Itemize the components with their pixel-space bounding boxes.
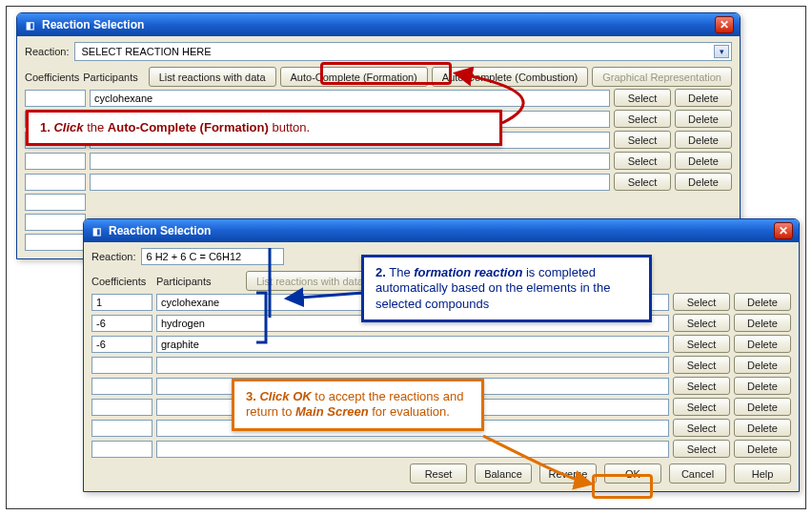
button-strip: Reset Balance Reverse OK Cancel Help [91,464,791,484]
reaction-input[interactable]: 6 H2 + 6 C = C6H12 [141,248,284,265]
col-coefficients: Coefficients [25,72,79,83]
window-title: Reaction Selection [109,224,211,237]
close-icon[interactable]: ✕ [715,16,734,33]
coef-input[interactable] [25,174,86,191]
reaction-label: Reaction: [25,46,69,57]
delete-button[interactable]: Delete [734,356,791,374]
delete-button[interactable]: Delete [734,398,791,416]
coef-input[interactable] [91,357,152,374]
table-row: Select Delete [91,356,791,374]
callout-text: the [84,120,108,134]
callout-number: 1. [40,120,51,134]
coef-input[interactable] [25,153,86,170]
select-button[interactable]: Select [673,335,730,353]
select-button[interactable]: Select [673,356,730,374]
select-button[interactable]: Select [614,152,671,170]
callout-text: Main Screen [295,404,369,419]
callout-1: 1. Click the Auto-Complete (Formation) b… [26,110,502,146]
table-row: Select Delete [91,440,791,458]
select-button[interactable]: Select [614,89,671,107]
coef-input[interactable] [25,194,86,211]
callout-text: The [386,265,414,279]
delete-button[interactable]: Delete [675,173,732,191]
reaction-combo-value: SELECT REACTION HERE [81,46,211,57]
coef-input[interactable]: -6 [91,315,152,332]
delete-button[interactable]: Delete [675,110,732,128]
participant-input[interactable] [90,153,610,170]
coef-input[interactable] [25,234,86,251]
delete-button[interactable]: Delete [734,419,791,437]
app-icon: ◧ [23,18,36,31]
participant-input[interactable] [90,174,610,191]
callout-3: 3. Click OK to accept the reactions and … [232,379,484,431]
coef-input[interactable] [25,90,86,107]
reaction-combo[interactable]: SELECT REACTION HERE ▾ [74,42,732,61]
chevron-down-icon[interactable]: ▾ [714,45,729,58]
select-button[interactable]: Select [614,110,671,128]
callout-text: for evaluation. [369,404,450,419]
cancel-button[interactable]: Cancel [669,464,726,484]
coef-input[interactable]: -6 [91,336,152,353]
titlebar: ◧ Reaction Selection ✕ [84,219,799,242]
coef-input[interactable] [25,214,86,231]
col-participants: Participants [156,276,242,287]
participant-input[interactable] [156,441,669,458]
list-reactions-button[interactable]: List reactions with data [246,271,374,291]
callout-number: 3. [246,389,256,403]
balance-button[interactable]: Balance [475,464,532,484]
delete-button[interactable]: Delete [675,131,732,149]
table-row: cyclohexane Select Delete [25,89,732,107]
reset-button[interactable]: Reset [410,464,467,484]
delete-button[interactable]: Delete [734,440,791,458]
reaction-label: Reaction: [91,251,135,262]
delete-button[interactable]: Delete [734,377,791,395]
select-button[interactable]: Select [673,419,730,437]
reaction-input-value: 6 H2 + 6 C = C6H12 [146,251,241,262]
coef-input[interactable]: 1 [91,294,152,311]
graphical-representation-button[interactable]: Graphical Representation [592,67,732,87]
callout-text: Auto-Complete (Formation) [108,120,269,134]
participant-input[interactable] [156,357,669,374]
callout-text: button. [269,120,310,134]
select-button[interactable]: Select [673,398,730,416]
select-button[interactable]: Select [673,293,730,311]
table-row: -6 graphite Select Delete [91,335,791,353]
select-button[interactable]: Select [673,377,730,395]
table-row: Select Delete [25,173,732,191]
close-icon[interactable]: ✕ [774,222,793,239]
callout-number: 2. [376,265,386,279]
reverse-button[interactable]: Reverse [539,464,597,484]
callout-text: Click [53,120,83,134]
app-icon: ◧ [90,224,103,237]
participant-input[interactable]: graphite [156,336,669,353]
coef-input[interactable] [91,441,152,458]
table-row: Select Delete [25,152,732,170]
select-button[interactable]: Select [614,131,671,149]
delete-button[interactable]: Delete [734,314,791,332]
help-button[interactable]: Help [734,464,791,484]
reaction-row: Reaction: SELECT REACTION HERE ▾ [25,42,732,61]
select-button[interactable]: Select [673,440,730,458]
participant-input[interactable]: cyclohexane [90,90,610,107]
select-button[interactable]: Select [614,173,671,191]
delete-button[interactable]: Delete [675,152,732,170]
select-button[interactable]: Select [673,314,730,332]
delete-button[interactable]: Delete [675,89,732,107]
coef-input[interactable] [91,420,152,437]
callout-text: Click OK [259,389,311,403]
list-reactions-button[interactable]: List reactions with data [149,67,276,87]
table-row [25,194,732,211]
delete-button[interactable]: Delete [734,335,791,353]
col-participants: Participants [83,72,144,83]
titlebar: ◧ Reaction Selection ✕ [17,13,740,36]
canvas: ◧ Reaction Selection ✕ Reaction: SELECT … [6,6,806,509]
window-title: Reaction Selection [42,18,144,31]
coef-input[interactable] [91,399,152,416]
coef-input[interactable] [91,378,152,395]
callout-text: formation reaction [414,265,522,279]
auto-complete-combustion-button[interactable]: Auto-Complete (Combustion) [432,67,588,87]
delete-button[interactable]: Delete [734,293,791,311]
callout-2: 2. The formation reaction is completed a… [361,255,652,322]
highlight-ok-button [592,474,653,499]
highlight-auto-complete-formation [320,62,452,85]
